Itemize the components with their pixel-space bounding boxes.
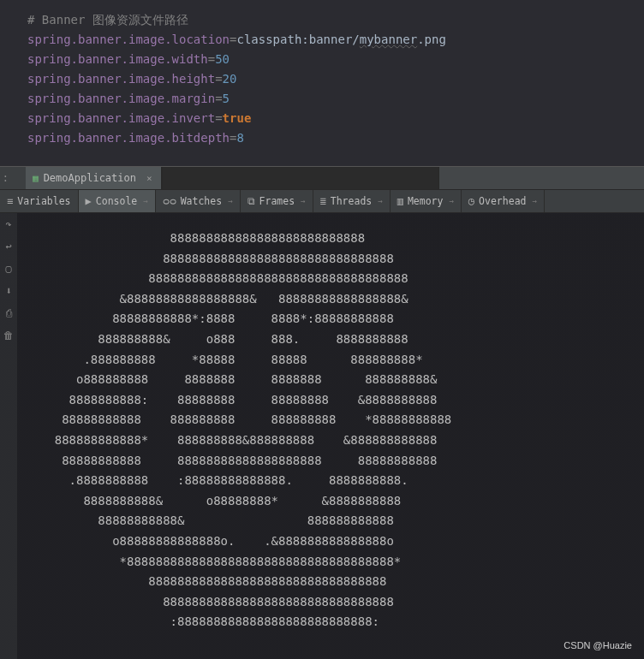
property-line: spring.banner.image.invert=true: [27, 109, 644, 128]
editor-pane: # Banner 图像资源文件路径 spring.banner.image.lo…: [0, 0, 644, 166]
property-line: spring.banner.image.height=20: [27, 69, 644, 89]
run-config-icon: ▦: [33, 173, 39, 184]
debug-tool-bar: ≡ Variables ▶ Console → ᴑᴑ Watches → ⧉ F…: [0, 190, 644, 213]
frames-icon: ⧉: [247, 195, 255, 207]
run-tab-demoapplication[interactable]: ▦ DemoApplication ×: [26, 167, 162, 189]
variables-icon: ≡: [7, 195, 13, 207]
property-line: spring.banner.image.width=50: [27, 50, 644, 69]
memory-icon: ▥: [397, 195, 403, 207]
overhead-icon: ◷: [468, 195, 474, 207]
pin-icon: →: [301, 197, 305, 205]
comment-line: # Banner 图像资源文件路径: [27, 10, 644, 30]
print-icon[interactable]: ⎙: [6, 307, 12, 319]
run-tab-label: DemoApplication: [44, 172, 136, 184]
tab-overhead[interactable]: ◷ Overhead →: [462, 190, 545, 212]
delete-icon[interactable]: 🗑: [3, 330, 14, 341]
pin-icon: →: [532, 197, 536, 205]
tab-variables[interactable]: ≡ Variables: [0, 190, 79, 212]
tab-threads[interactable]: ≣ Threads →: [313, 190, 391, 212]
tab-console[interactable]: ▶ Console →: [79, 190, 156, 212]
property-line: spring.banner.image.margin=5: [27, 89, 644, 109]
pause-icon[interactable]: ▢: [5, 263, 11, 275]
tab-watches[interactable]: ᴑᴑ Watches →: [156, 190, 241, 212]
tab-memory[interactable]: ▥ Memory →: [391, 190, 462, 212]
pin-icon: →: [143, 197, 147, 205]
close-icon[interactable]: ×: [146, 173, 152, 184]
console-gutter: ↷ ↩ ▢ ⬇ ⎙ 🗑: [0, 213, 17, 659]
stepback-icon[interactable]: ↩: [5, 240, 11, 252]
threads-icon: ≣: [320, 195, 326, 207]
watermark: CSDN @Huazie: [564, 640, 632, 650]
side-label: :: [0, 172, 9, 184]
console-pane: ↷ ↩ ▢ ⬇ ⎙ 🗑 888888888888888888888888888 …: [0, 213, 644, 659]
watches-icon: ᴑᴑ: [163, 195, 176, 207]
property-line: spring.banner.image.bitdepth=8: [27, 128, 644, 148]
pin-icon: →: [378, 197, 382, 205]
tab-frames[interactable]: ⧉ Frames →: [241, 190, 313, 212]
console-icon: ▶: [86, 195, 92, 207]
download-icon[interactable]: ⬇: [5, 285, 11, 297]
tab-blank-right: [438, 167, 644, 189]
tab-blank: [162, 167, 438, 189]
pin-icon: →: [228, 197, 232, 205]
run-tab-bar: : ▦ DemoApplication ×: [0, 166, 644, 190]
pin-icon: →: [449, 197, 453, 205]
console-output: 888888888888888888888888888 888888888888…: [17, 213, 644, 659]
property-line: spring.banner.image.location=classpath:b…: [27, 30, 644, 50]
resume-icon[interactable]: ↷: [5, 218, 11, 230]
